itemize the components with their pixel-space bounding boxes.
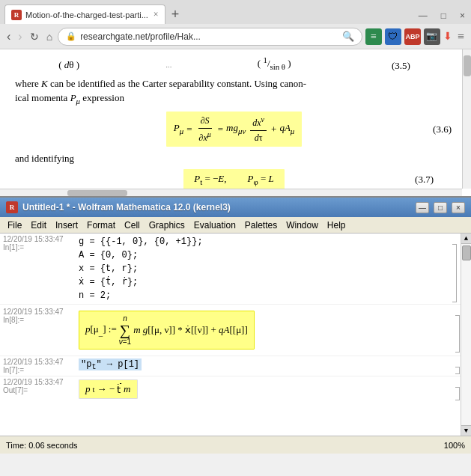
equation-37: Pt = −E, Pφ = L (3.7): [15, 169, 453, 190]
search-icon[interactable]: 🔍: [342, 31, 354, 43]
tab-favicon: R: [11, 10, 22, 20]
eq-36-content: Pμ = ∂S ∂xμ = mgμν dxν dτ + qAμ: [166, 112, 303, 147]
mma-scroll-down-btn[interactable]: ▼: [461, 425, 471, 436]
mma-menubar: File Edit Insert Format Cell Graphics Ev…: [0, 217, 471, 234]
code-line-3: x = {t, r};: [79, 262, 441, 275]
browser-window: R Motion-of-the-charged-test-parti... × …: [0, 0, 471, 476]
vertical-scrollbar[interactable]: [462, 49, 471, 189]
sum-symbol: n ∑ ν=1: [119, 314, 131, 346]
mma-vertical-scrollbar[interactable]: ▲ ▼: [461, 234, 471, 436]
new-tab-button[interactable]: +: [167, 7, 184, 21]
cell-bracket-1: [452, 244, 457, 302]
download-arrow-icon[interactable]: ⬇: [443, 30, 452, 43]
home-button[interactable]: ⌂: [44, 31, 55, 43]
cell-in8-formula[interactable]: p[μ_] := n ∑ ν=1 m g[[μ, ν]] * ẋ[[ν]] + …: [79, 308, 456, 353]
code-line-2: A = {0, 0};: [79, 248, 441, 262]
lock-icon: 🔒: [66, 31, 76, 41]
mma-title-text: Untitled-1 * - Wolfram Mathematica 12.0 …: [22, 202, 411, 213]
cell-out7-content: pt → −ṫ m: [79, 378, 456, 400]
mma-menu-palettes[interactable]: Palettes: [240, 219, 282, 231]
mma-menu-edit[interactable]: Edit: [26, 219, 51, 231]
cell-in8-label: In[8]:=: [0, 316, 79, 324]
mma-titlebar: R Untitled-1 * - Wolfram Mathematica 12.…: [0, 198, 471, 217]
time-status: Time: 0.06 seconds: [6, 441, 78, 450]
cell-in1-timestamp: 12/20/19 15:33:47: [0, 235, 79, 243]
cell-in1-code[interactable]: g = {{-1, 0}, {0, +1}}; A = {0, 0}; x = …: [79, 235, 453, 302]
ext-green[interactable]: ≡: [365, 28, 382, 45]
back-button[interactable]: ‹: [4, 30, 13, 43]
cell-bracket-3: [455, 367, 460, 374]
code-line-5: n = 2;: [79, 289, 441, 302]
cell-out7-label: Out[7]=: [0, 386, 79, 394]
eq-37-content: Pt = −E, Pφ = L: [183, 169, 285, 190]
mma-statusbar: Time: 0.06 seconds 100%: [0, 436, 471, 454]
tab-bar: R Motion-of-the-charged-test-parti... × …: [0, 0, 471, 24]
reload-button[interactable]: ↻: [28, 31, 41, 43]
v-scrollbar-thumb[interactable]: [464, 55, 471, 76]
eq-37-number: (3.7): [415, 172, 434, 187]
cell-in1: 12/20/19 15:33:47 In[1]:= g = {{-1, 0}, …: [0, 234, 471, 304]
eq-number-top: (3.5): [392, 58, 410, 73]
mma-menu-format[interactable]: Format: [82, 219, 120, 231]
sin-expr: ( 1/sin θ ): [258, 54, 291, 73]
window-maximize[interactable]: □: [435, 10, 452, 21]
cell-out7-timestamp: 12/20/19 15:33:47: [0, 378, 79, 386]
formula-rest: m g[[μ, ν]] * ẋ[[ν]] + qA[[μ]]: [133, 324, 248, 336]
cell-in7: 12/20/19 15:33:47 In[7]:= "pt" → p[1]: [0, 356, 471, 376]
p-func: p[μ_] :=: [85, 323, 117, 337]
output-formula: pt → −ṫ m: [79, 379, 138, 399]
mma-menu-cell[interactable]: Cell: [120, 219, 145, 231]
code-line-in7: "pt" → p[1]: [79, 358, 444, 373]
horizontal-scrollbar[interactable]: [0, 189, 462, 196]
active-tab[interactable]: R Motion-of-the-charged-test-parti... ×: [4, 4, 165, 24]
cell-in8-timestamp: 12/20/19 15:33:47: [0, 308, 79, 316]
browser-page-content: ( dθ ) ··· ( 1/sin θ ) (3.5) where K can…: [0, 49, 471, 196]
address-bar-row: ‹ › ↻ ⌂ 🔒 researchgate.net/profile/Hak..…: [0, 24, 471, 49]
equation-36: Pμ = ∂S ∂xμ = mgμν dxν dτ + qAμ (3.6): [15, 112, 453, 147]
code-line-4: ẋ = {ṫ, ṙ};: [79, 275, 441, 289]
middle-dots: ···: [165, 61, 171, 73]
address-bar[interactable]: 🔒 researchgate.net/profile/Hak... 🔍: [58, 28, 362, 46]
paragraph-identifying: and identifying: [15, 151, 453, 166]
cell-in7-code[interactable]: "pt" → p[1]: [79, 358, 456, 374]
cell-in7-label: In[7]:=: [0, 366, 79, 374]
mma-menu-help[interactable]: Help: [323, 219, 350, 231]
mma-minimize-button[interactable]: —: [416, 202, 429, 213]
mma-title-icon: R: [6, 201, 18, 213]
cell-bracket-4: [455, 387, 460, 400]
paragraph-carter: where K can be identified as the Carter …: [15, 76, 453, 107]
window-close[interactable]: ×: [454, 10, 471, 21]
mma-menu-insert[interactable]: Insert: [51, 219, 82, 231]
mma-content-area: ▲ ▼ 12/20/19 15:33:47 In[1]:= g = {{-1, …: [0, 234, 471, 436]
cell-out7: 12/20/19 15:33:47 Out[7]= pt → −ṫ m: [0, 376, 471, 402]
formula-display: p[μ_] := n ∑ ν=1 m g[[μ, ν]] * ẋ[[ν]] + …: [79, 311, 255, 350]
mma-menu-file[interactable]: File: [3, 219, 26, 231]
shield-icon[interactable]: 🛡: [385, 28, 401, 45]
browser-menu-button[interactable]: ≡: [455, 30, 467, 43]
dtheta-expr: ( dθ ): [58, 57, 80, 73]
cell-in7-timestamp: 12/20/19 15:33:47: [0, 358, 79, 366]
partial-equation-row: ( dθ ) ··· ( 1/sin θ ) (3.5): [15, 54, 453, 73]
eq-36-number: (3.6): [433, 122, 452, 137]
code-line-1: g = {{-1, 0}, {0, +1}};: [79, 235, 441, 248]
mma-maximize-button[interactable]: □: [434, 202, 447, 213]
tab-title: Motion-of-the-charged-test-parti...: [25, 10, 148, 19]
mma-menu-evaluation[interactable]: Evaluation: [189, 219, 240, 231]
url-text: researchgate.net/profile/Hak...: [80, 31, 338, 42]
window-minimize[interactable]: —: [413, 10, 434, 21]
camera-icon[interactable]: 📷: [424, 28, 440, 45]
mma-menu-window[interactable]: Window: [282, 219, 323, 231]
mma-close-button[interactable]: ×: [452, 202, 465, 213]
adblock-icon[interactable]: ABP: [404, 28, 421, 45]
forward-button[interactable]: ›: [16, 30, 24, 43]
cell-in1-label: In[1]:=: [0, 243, 79, 251]
mma-scroll-up-btn[interactable]: ▲: [461, 234, 471, 244]
cell-bracket-2: [455, 315, 460, 353]
zoom-level: 100%: [444, 441, 465, 450]
tab-close-button[interactable]: ×: [154, 9, 159, 20]
mma-scroll-thumb[interactable]: [462, 245, 471, 260]
mma-menu-graphics[interactable]: Graphics: [145, 219, 189, 231]
mathematica-window: R Untitled-1 * - Wolfram Mathematica 12.…: [0, 196, 471, 452]
h-scrollbar-thumb[interactable]: [67, 190, 127, 196]
cell-in8: 12/20/19 15:33:47 In[8]:= p[μ_] := n ∑ ν…: [0, 304, 471, 356]
